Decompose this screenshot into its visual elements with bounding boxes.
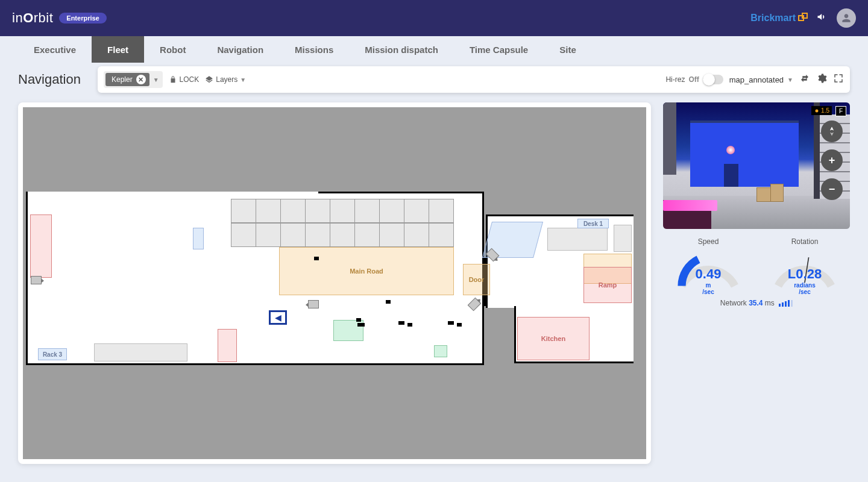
logo-prefix: in [12, 10, 23, 25]
toolbar: Kepler ✕ ▼ LOCK Layers ▼ Hi-rez Off map_… [98, 66, 850, 93]
network-status: Network 35.4 ms [663, 299, 850, 307]
brand-link[interactable]: Brickmart [750, 13, 808, 24]
robot-chip[interactable]: Kepler ✕ [105, 73, 149, 86]
chevron-down-icon: ▼ [240, 77, 246, 83]
map-marker [457, 323, 462, 327]
map-marker [314, 257, 319, 260]
zone-left-top[interactable] [30, 214, 52, 278]
map-marker [386, 300, 391, 304]
zoom-out-button[interactable]: − [821, 178, 843, 200]
gauges: Speed 0.49 m /sec Rotation L0.28 rad [663, 237, 850, 290]
page-title: Navigation [18, 72, 81, 87]
zone-green-2[interactable] [434, 345, 447, 357]
tab-navigation[interactable]: Navigation [201, 36, 279, 63]
hirez-toggle[interactable] [703, 75, 723, 84]
chevron-down-icon[interactable]: ▼ [153, 77, 159, 83]
camera-mode-badge[interactable]: F [835, 106, 846, 116]
zone-desk1[interactable]: Desk 1 [577, 219, 609, 228]
cam-pillar-l [663, 102, 676, 175]
page-header: Navigation Kepler ✕ ▼ LOCK Layers ▼ Hi-r… [0, 63, 868, 93]
topbar-right: Brickmart [750, 8, 856, 28]
zone-rack3[interactable]: Rack 3 [38, 348, 67, 360]
layers-button[interactable]: Layers ▼ [205, 75, 246, 84]
signal-bars-icon [779, 300, 793, 307]
nav-tabs: Executive Fleet Robot Navigation Mission… [0, 36, 868, 63]
cam-countertop [663, 200, 717, 211]
avatar[interactable] [837, 8, 856, 28]
map-marker [356, 318, 361, 322]
cam-building [690, 120, 799, 187]
speed-dial: 0.49 m /sec [675, 248, 741, 290]
cam-door [724, 164, 738, 187]
map-selector[interactable]: map_annotated ▼ [729, 75, 793, 84]
zone-main-road[interactable]: Main Road [279, 247, 454, 295]
robot-selector[interactable]: Kepler ✕ ▼ [104, 71, 163, 88]
gear-icon[interactable] [816, 73, 827, 86]
top-bar: inOrbit Enterprise Brickmart [0, 0, 868, 36]
map-marker [398, 321, 404, 325]
rotation-gauge: Rotation L0.28 radians /sec [772, 237, 838, 290]
megaphone-icon[interactable] [816, 11, 828, 26]
fullscreen-icon[interactable] [833, 73, 844, 86]
network-unit: ms [765, 299, 775, 307]
swap-icon[interactable] [799, 73, 810, 86]
rotation-dial: L0.28 radians /sec [772, 248, 838, 290]
robot-marker[interactable] [269, 310, 287, 325]
cam-pillar-r [814, 102, 820, 199]
tab-site[interactable]: Site [544, 36, 592, 63]
lock-icon [169, 75, 177, 84]
map-marker [357, 323, 365, 327]
compass-button[interactable] [821, 120, 843, 142]
hirez-toggle-group: Hi-rez Off [665, 75, 723, 84]
zone-gray-2[interactable] [614, 225, 632, 252]
layers-icon [205, 75, 213, 84]
speed-value: 0.49 m /sec [675, 266, 741, 295]
zone-ramp[interactable]: Ramp [583, 267, 632, 303]
layers-label: Layers [216, 75, 237, 84]
camera-latency-badge: 1.5 [811, 106, 832, 115]
zone-gray-1[interactable] [547, 228, 608, 251]
chevron-down-icon: ▼ [787, 77, 793, 83]
zoom-in-button[interactable]: + [821, 149, 843, 171]
plan-badge: Enterprise [59, 13, 106, 23]
map-float-controls: + − [821, 120, 843, 200]
map-name: map_annotated [729, 75, 784, 84]
robot-name: Kepler [112, 75, 133, 84]
speed-title: Speed [675, 237, 741, 246]
brand-icon [798, 13, 808, 24]
map-marker [448, 321, 454, 325]
map-marker [407, 323, 412, 327]
cam-box [770, 184, 784, 202]
logo-suffix: rbit [34, 10, 54, 25]
rotation-value: L0.28 radians /sec [772, 266, 838, 295]
zone-red-small[interactable] [218, 329, 237, 362]
camera-icon[interactable] [31, 276, 42, 284]
map-canvas[interactable]: Main Road Door Desk 1 Ramp Kitchen Rack … [23, 107, 646, 459]
tab-time-capsule[interactable]: Time Capsule [454, 36, 544, 63]
shelf-grid [231, 199, 454, 247]
camera-icon[interactable] [308, 300, 319, 308]
cam-logo [726, 146, 735, 154]
rotation-title: Rotation [772, 237, 838, 246]
topbar-left: inOrbit Enterprise [12, 10, 107, 26]
tab-executive[interactable]: Executive [18, 36, 92, 63]
tab-missions[interactable]: Missions [279, 36, 349, 63]
logo[interactable]: inOrbit [12, 10, 53, 26]
tab-robot[interactable]: Robot [144, 36, 201, 63]
tab-fleet[interactable]: Fleet [92, 36, 144, 63]
lock-button[interactable]: LOCK [169, 75, 200, 84]
network-label: Network [720, 299, 747, 307]
hirez-state: Off [688, 75, 699, 84]
zone-door[interactable]: Door [463, 264, 490, 295]
content: Main Road Door Desk 1 Ramp Kitchen Rack … [0, 93, 868, 474]
zone-small-blue[interactable] [193, 228, 204, 249]
hirez-label: Hi-rez [665, 75, 685, 84]
lock-label: LOCK [180, 75, 200, 84]
tab-mission-dispatch[interactable]: Mission dispatch [349, 36, 454, 63]
remove-robot-icon[interactable]: ✕ [136, 75, 146, 84]
zone-gray-bottom[interactable] [94, 343, 187, 362]
zone-kitchen[interactable]: Kitchen [517, 317, 590, 360]
network-value: 35.4 [749, 299, 763, 307]
map-panel: Main Road Door Desk 1 Ramp Kitchen Rack … [18, 102, 651, 464]
logo-accent: O [23, 10, 34, 25]
